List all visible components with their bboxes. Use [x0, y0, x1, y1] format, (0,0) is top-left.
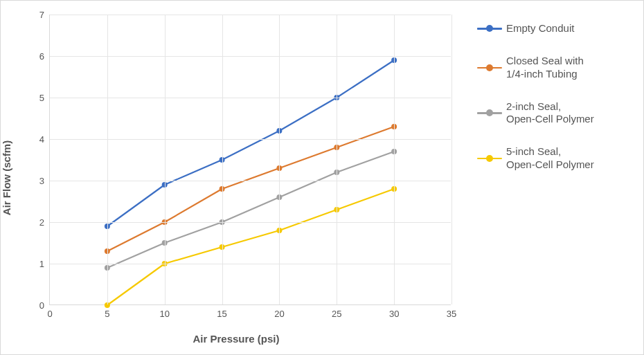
legend-marker-icon: [477, 106, 502, 120]
x-axis-label: Air Pressure (psi): [193, 333, 279, 345]
x-tick-label: 30: [389, 304, 399, 319]
y-tick-label: 4: [39, 134, 50, 145]
legend-label: Empty Conduit: [506, 22, 574, 35]
legend-marker-icon: [477, 21, 502, 35]
x-tick-label: 35: [447, 304, 456, 319]
gridline-v: [337, 15, 337, 304]
legend: Empty ConduitClosed Seal with1/4-inch Tu…: [472, 1, 643, 354]
gridline-h: [50, 56, 451, 57]
legend-item: Closed Seal with1/4-inch Tubing: [477, 55, 629, 81]
y-axis-label: Air Flow (scfm): [1, 140, 12, 215]
series-svg: [50, 15, 451, 304]
x-tick-label: 10: [159, 304, 169, 319]
y-tick-label: 5: [39, 93, 50, 103]
y-tick-label: 6: [39, 51, 50, 62]
legend-label: 2-inch Seal,Open-Cell Polymer: [506, 100, 594, 127]
legend-item: Empty Conduit: [477, 21, 629, 35]
gridline-h: [50, 222, 451, 223]
gridline-v: [451, 15, 452, 304]
gridline-v: [165, 15, 166, 304]
gridline-v: [279, 15, 280, 304]
gridline-v: [107, 15, 108, 304]
x-tick-label: 0: [47, 304, 52, 319]
legend-label: 5-inch Seal,Open-Cell Polymer: [506, 145, 594, 172]
plot-area-wrap: Air Flow (scfm) Air Pressure (psi) 01234…: [1, 1, 472, 354]
chart-figure: Air Flow (scfm) Air Pressure (psi) 01234…: [0, 0, 644, 355]
y-tick-label: 1: [39, 259, 50, 269]
y-tick-label: 2: [39, 217, 50, 228]
series-line: [107, 60, 394, 226]
legend-item: 2-inch Seal,Open-Cell Polymer: [477, 100, 629, 127]
x-tick-label: 5: [105, 304, 109, 319]
legend-marker-icon: [477, 152, 502, 165]
gridline-h: [50, 98, 451, 98]
x-tick-label: 25: [332, 304, 341, 319]
legend-item: 5-inch Seal,Open-Cell Polymer: [477, 145, 629, 172]
gridline-h: [50, 139, 451, 140]
gridline-v: [222, 15, 223, 304]
y-tick-label: 7: [39, 10, 50, 20]
gridline-v: [394, 15, 395, 304]
x-tick-label: 15: [217, 304, 226, 319]
legend-label: Closed Seal with1/4-inch Tubing: [506, 55, 584, 81]
gridline-h: [50, 15, 451, 15]
gridline-h: [50, 264, 451, 264]
series-line: [107, 189, 394, 305]
plot-area: 0123456705101520253035: [49, 15, 451, 305]
series-line: [107, 152, 394, 268]
legend-marker-icon: [477, 61, 502, 75]
x-tick-label: 20: [274, 304, 284, 319]
gridline-h: [50, 181, 451, 181]
y-tick-label: 3: [39, 176, 50, 186]
